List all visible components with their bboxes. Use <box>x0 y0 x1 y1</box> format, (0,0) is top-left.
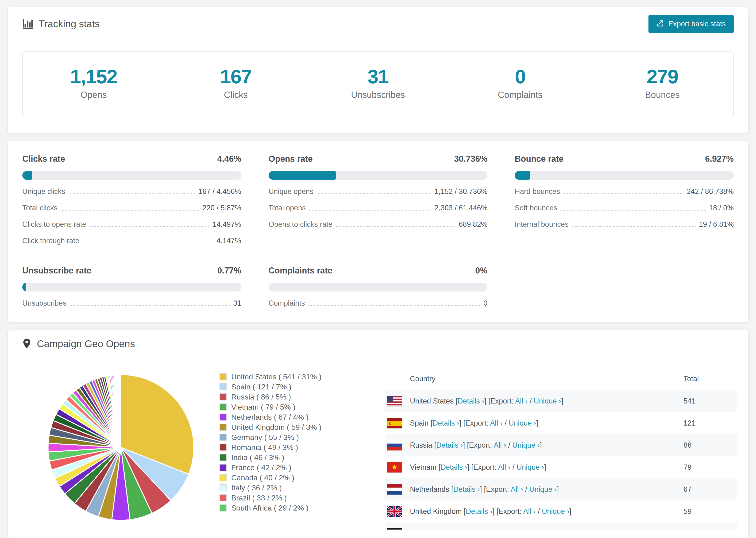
legend-label-romania: Romania ( 49 / 3% ) <box>231 444 298 451</box>
flag-icon-nl <box>387 484 402 495</box>
export-all-link-united-states[interactable]: All › <box>515 397 527 405</box>
export-all-link-spain[interactable]: All › <box>490 419 503 427</box>
legend-item-russia[interactable]: Russia ( 86 / 5% ) <box>220 394 385 401</box>
dotted-leader <box>563 193 683 194</box>
geo-table-rows: United States [Details ›] [Export: All ›… <box>385 390 737 529</box>
flag-icon-gb <box>387 506 402 517</box>
legend-chip-brazil <box>220 494 227 501</box>
rate-row-label: Complaints <box>269 298 305 308</box>
legend-label-netherlands: Netherlands ( 67 / 4% ) <box>231 413 308 421</box>
export-all-link-russia[interactable]: All › <box>494 441 506 449</box>
stat-complaints: 0Complaints <box>449 52 591 118</box>
rate-row-value: 14.497% <box>212 220 241 229</box>
geo-total-spain: 121 <box>683 419 737 427</box>
legend-label-spain: Spain ( 121 / 7% ) <box>231 383 291 390</box>
rate-row-soft-bounces: Soft bounces18 / 0% <box>514 203 734 213</box>
legend-item-romania[interactable]: Romania ( 49 / 3% ) <box>220 444 385 451</box>
country-name-russia: Russia <box>410 441 432 449</box>
legend-label-italy: Italy ( 36 / 2% ) <box>231 484 282 491</box>
geo-table-header-row: Country Total <box>385 368 737 390</box>
dotted-leader <box>572 226 696 227</box>
rate-section-unsubscribe-rate: Unsubscribe rate0.77%Unsubscribes31 <box>22 265 242 308</box>
legend-item-united-kingdom[interactable]: United Kingdom ( 59 / 3% ) <box>220 424 385 431</box>
legend-label-canada: Canada ( 40 / 2% ) <box>231 474 295 481</box>
campaign-geo-opens-card: Campaign Geo Opens United States ( 541 /… <box>8 330 748 538</box>
progress-fill-clicks-rate <box>22 171 32 180</box>
legend-chip-netherlands <box>220 413 227 421</box>
stat-bounces-value: 279 <box>591 67 733 86</box>
export-unique-link-netherlands[interactable]: Unique › <box>529 485 557 493</box>
rate-row-click-through-rate: Click through rate4.147% <box>22 236 242 245</box>
details-link-vietnam[interactable]: Details › <box>441 463 467 471</box>
dotted-leader <box>70 305 230 306</box>
rate-row-value: 2,303 / 61.446% <box>435 203 488 213</box>
geo-row-united-kingdom: United Kingdom [Details ›] [Export: All … <box>385 501 737 522</box>
legend-chip-france <box>220 464 227 471</box>
export-unique-link-vietnam[interactable]: Unique › <box>516 463 544 471</box>
legend-label-india: India ( 46 / 3% ) <box>231 454 284 461</box>
legend-item-canada[interactable]: Canada ( 40 / 2% ) <box>220 474 385 481</box>
rate-row-label: Unsubscribes <box>22 298 67 308</box>
legend-label-france: France ( 42 / 2% ) <box>231 464 291 471</box>
dotted-leader <box>69 193 195 194</box>
country-name-spain: Spain <box>410 419 428 427</box>
legend-item-france[interactable]: France ( 42 / 2% ) <box>220 464 385 471</box>
legend-chip-spain <box>220 383 227 390</box>
tracking-stats-title-text: Tracking stats <box>39 18 100 30</box>
legend-item-united-states[interactable]: United States ( 541 / 31% ) <box>220 373 385 380</box>
rate-row-clicks-to-opens-rate: Clicks to opens rate14.497% <box>22 220 242 229</box>
geo-country-cell: Netherlands [Details ›] [Export: All › /… <box>402 485 683 494</box>
export-basic-stats-button[interactable]: Export basic stats <box>648 15 734 33</box>
legend-label-vietnam: Vietnam ( 79 / 5% ) <box>231 404 296 410</box>
legend-item-netherlands[interactable]: Netherlands ( 67 / 4% ) <box>220 413 385 421</box>
geo-title-text: Campaign Geo Opens <box>37 338 135 350</box>
details-link-spain[interactable]: Details › <box>433 419 459 427</box>
stat-complaints-value: 0 <box>449 67 591 86</box>
details-link-russia[interactable]: Details › <box>436 441 463 449</box>
progress-bar-unsubscribe-rate <box>22 283 242 292</box>
export-unique-link-united-states[interactable]: Unique › <box>534 397 561 405</box>
geo-country-cell: United Kingdom [Details ›] [Export: All … <box>402 507 683 516</box>
stat-unsubscribes-value: 31 <box>307 67 449 86</box>
export-all-link-netherlands[interactable]: All › <box>511 485 523 493</box>
stat-opens-value: 1,152 <box>23 67 165 86</box>
details-link-netherlands[interactable]: Details › <box>453 485 480 493</box>
stat-opens-label: Opens <box>23 90 165 100</box>
progress-bar-bounce-rate <box>514 171 734 180</box>
geo-total-united-states: 541 <box>683 397 737 405</box>
legend-item-vietnam[interactable]: Vietnam ( 79 / 5% ) <box>220 404 385 410</box>
rate-row-label: Total clicks <box>22 203 58 213</box>
geo-header: Campaign Geo Opens <box>8 330 748 358</box>
tracking-stats-title: Tracking stats <box>22 18 100 30</box>
details-link-united-states[interactable]: Details › <box>458 397 484 405</box>
legend-item-germany[interactable]: Germany ( 55 / 3% ) <box>220 434 385 441</box>
rate-row-label: Unique clicks <box>22 187 65 196</box>
geo-total-vietnam: 79 <box>683 463 737 471</box>
export-unique-link-spain[interactable]: Unique › <box>509 419 536 427</box>
country-name-vietnam: Vietnam <box>410 463 436 471</box>
export-unique-link-russia[interactable]: Unique › <box>512 441 540 449</box>
dotted-leader <box>317 193 431 194</box>
legend-item-india[interactable]: India ( 46 / 3% ) <box>220 454 385 461</box>
geo-legend: United States ( 541 / 31% )Spain ( 121 /… <box>220 368 385 529</box>
legend-item-south-africa[interactable]: South Africa ( 29 / 2% ) <box>220 505 385 511</box>
geo-pie-chart <box>22 368 220 529</box>
flag-icon-de <box>387 528 402 529</box>
export-unique-link-united-kingdom[interactable]: Unique › <box>542 507 569 515</box>
rate-title-opens-rate: Opens rate <box>269 153 313 164</box>
rate-row-unique-clicks: Unique clicks167 / 4.456% <box>22 187 242 196</box>
stat-complaints-label: Complaints <box>449 90 591 100</box>
legend-item-italy[interactable]: Italy ( 36 / 2% ) <box>220 484 385 491</box>
stats-summary-wrap: 1,152Opens167Clicks31Unsubscribes0Compla… <box>22 51 734 118</box>
details-link-united-kingdom[interactable]: Details › <box>466 507 493 515</box>
rate-value-opens-rate: 30.736% <box>454 153 487 164</box>
legend-chip-canada <box>220 474 227 481</box>
flag-icon-es <box>387 418 402 429</box>
rate-row-label: Unique opens <box>269 187 313 196</box>
legend-item-spain[interactable]: Spain ( 121 / 7% ) <box>220 383 385 390</box>
export-all-link-vietnam[interactable]: All › <box>498 463 511 471</box>
geo-row-spain: Spain [Details ›] [Export: All › / Uniqu… <box>385 412 737 434</box>
rate-row-opens-to-clicks-rate: Opens to clicks rate689.82% <box>269 220 488 229</box>
legend-item-brazil[interactable]: Brazil ( 33 / 2% ) <box>220 494 385 501</box>
export-all-link-united-kingdom[interactable]: All › <box>523 507 536 515</box>
